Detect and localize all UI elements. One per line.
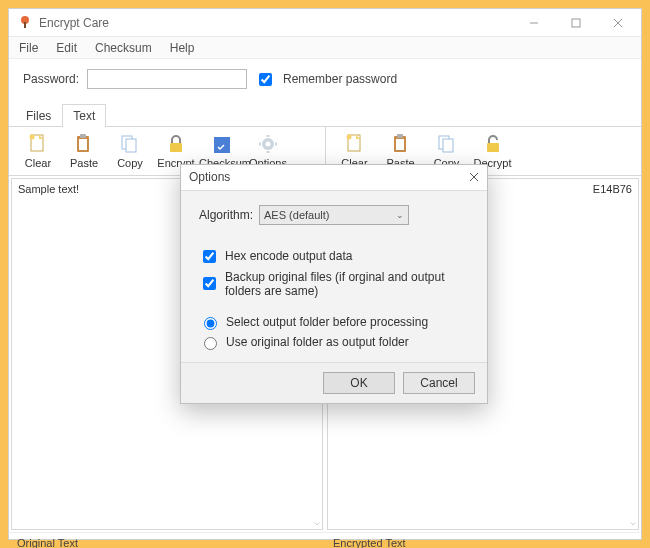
svg-rect-30 (396, 139, 404, 150)
algorithm-label: Algorithm: (199, 208, 253, 222)
menubar: File Edit Checksum Help (9, 37, 641, 59)
new-page-icon (343, 133, 367, 155)
ok-button[interactable]: OK (323, 372, 395, 394)
unlock-icon (481, 133, 505, 155)
footer-right-label: Encrypted Text (325, 532, 641, 548)
use-original-radio[interactable] (204, 337, 217, 350)
copy-left-button[interactable]: Copy (107, 131, 153, 171)
tab-text[interactable]: Text (62, 104, 106, 127)
svg-rect-14 (170, 143, 182, 152)
app-icon (17, 15, 33, 31)
clear-left-label: Clear (25, 157, 51, 169)
original-text-content: Sample text! (18, 183, 79, 195)
menu-file[interactable]: File (15, 39, 42, 57)
copy-icon (118, 133, 142, 155)
svg-rect-33 (487, 143, 499, 152)
paste-left-label: Paste (70, 157, 98, 169)
svg-rect-10 (80, 134, 86, 138)
remember-checkbox[interactable] (259, 73, 272, 86)
select-output-radio[interactable] (204, 317, 217, 330)
backup-checkbox[interactable] (203, 277, 216, 290)
minimize-button[interactable] (519, 13, 549, 33)
window-title: Encrypt Care (39, 16, 519, 30)
lock-icon (164, 133, 188, 155)
svg-rect-29 (397, 134, 403, 138)
copy-icon (435, 133, 459, 155)
dialog-footer: OK Cancel (181, 362, 487, 403)
clear-left-button[interactable]: Clear (15, 131, 61, 171)
svg-rect-1 (24, 22, 26, 28)
svg-rect-11 (79, 139, 87, 150)
hex-encode-label: Hex encode output data (225, 249, 352, 263)
copy-left-label: Copy (117, 157, 143, 169)
dialog-close-button[interactable] (469, 172, 479, 182)
svg-point-8 (30, 135, 35, 140)
gear-icon (256, 133, 280, 155)
backup-label: Backup original files (if orginal and ou… (225, 270, 469, 298)
window-controls (519, 13, 633, 33)
select-output-label: Select output folder before processing (226, 315, 428, 329)
svg-rect-13 (126, 139, 136, 152)
svg-rect-3 (572, 19, 580, 27)
password-row: Password: Remember password (9, 59, 641, 103)
encrypted-text-content: E14B76 (593, 183, 632, 195)
titlebar: Encrypt Care (9, 9, 641, 37)
paste-left-button[interactable]: Paste (61, 131, 107, 171)
menu-checksum[interactable]: Checksum (91, 39, 156, 57)
password-input[interactable] (87, 69, 247, 89)
options-dialog: Options Algorithm: AES (default) ⌄ Hex e… (180, 164, 488, 404)
tabs: Files Text (9, 103, 641, 127)
algorithm-combo[interactable]: AES (default) ⌄ (259, 205, 409, 225)
tab-files[interactable]: Files (15, 104, 62, 127)
cancel-button[interactable]: Cancel (403, 372, 475, 394)
svg-point-27 (346, 135, 351, 140)
hex-encode-checkbox[interactable] (203, 250, 216, 263)
menu-help[interactable]: Help (166, 39, 199, 57)
dialog-titlebar: Options (181, 165, 487, 191)
dialog-title: Options (189, 170, 469, 184)
checksum-icon (210, 133, 234, 155)
maximize-button[interactable] (561, 13, 591, 33)
footer-left-label: Original Text (9, 532, 325, 548)
use-original-label: Use original folder as output folder (226, 335, 409, 349)
close-button[interactable] (603, 13, 633, 33)
svg-rect-16 (222, 137, 230, 145)
svg-rect-32 (443, 139, 453, 152)
remember-label: Remember password (283, 72, 397, 86)
password-label: Password: (23, 72, 79, 86)
algorithm-value: AES (default) (264, 209, 329, 221)
clipboard-icon (72, 133, 96, 155)
scroll-corner-icon: ⌵ (630, 516, 636, 527)
new-page-icon (26, 133, 50, 155)
footer: Original Text Encrypted Text (9, 532, 641, 548)
dialog-body: Algorithm: AES (default) ⌄ Hex encode ou… (181, 191, 487, 362)
svg-point-20 (266, 142, 271, 147)
clipboard-icon (389, 133, 413, 155)
menu-edit[interactable]: Edit (52, 39, 81, 57)
chevron-down-icon: ⌄ (396, 210, 404, 220)
scroll-corner-icon: ⌵ (314, 516, 320, 527)
svg-rect-15 (214, 137, 222, 145)
